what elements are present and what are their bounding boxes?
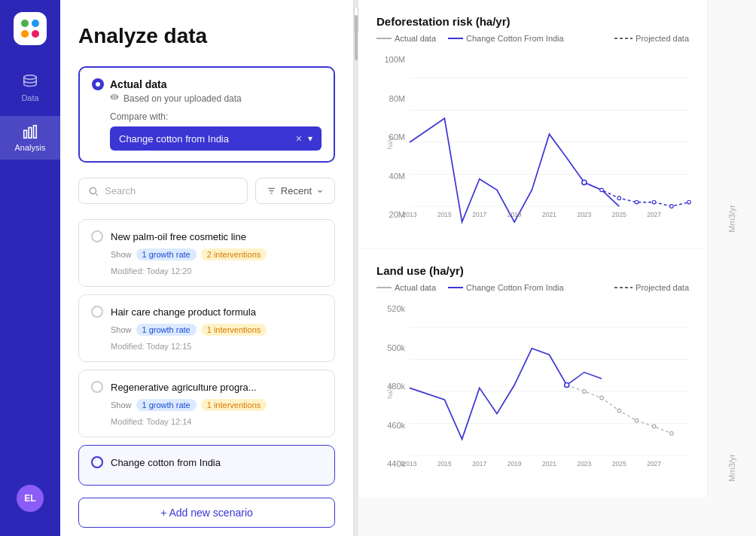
- legend-line-cotton-1: [448, 285, 463, 291]
- actual-data-radio[interactable]: [92, 78, 104, 90]
- svg-text:2013: 2013: [403, 211, 417, 218]
- logo-dot-red: [32, 30, 39, 38]
- tag-interventions-0: 2 interventions: [201, 248, 267, 260]
- scenario-modified-1: Modified: Today 12:15: [111, 342, 322, 351]
- svg-text:2023: 2023: [577, 460, 591, 467]
- legend-line-projected-0: [614, 35, 633, 41]
- partial-label-1: Mm3/yr: [727, 454, 736, 482]
- scenario-list: New palm-oil free cosmetic line Show 1 g…: [78, 219, 335, 486]
- deforestation-svg: 2013 2015 2017 2019 2021 2023 2025 2027 …: [410, 52, 689, 233]
- page-title: Analyze data: [78, 24, 335, 48]
- legend-line-cotton-0: [448, 35, 463, 41]
- scenario-radio-3[interactable]: [91, 456, 103, 468]
- svg-line-6: [96, 193, 98, 195]
- scenario-radio-2[interactable]: [91, 381, 103, 393]
- scenario-tags-2: Show 1 growth rate 1 interventions: [111, 399, 322, 411]
- legend-line-actual-1: [376, 285, 392, 291]
- y-tick-0-3: 40M: [389, 172, 405, 181]
- filter-icon: [267, 186, 276, 196]
- compare-tag[interactable]: Change cotton from India × ▾: [110, 126, 322, 151]
- actual-data-sub-text: Based on your uploaded data: [123, 93, 242, 104]
- chevron-down-icon: [316, 187, 324, 195]
- compare-chevron-icon[interactable]: ▾: [308, 133, 312, 144]
- avatar[interactable]: EL: [17, 485, 44, 512]
- svg-text:2017: 2017: [472, 460, 486, 467]
- legend-label-projected-0: Projected data: [636, 34, 689, 43]
- tag-growth-2: 1 growth rate: [136, 399, 197, 411]
- svg-text:2017: 2017: [472, 211, 486, 218]
- filter-label: Recent: [281, 185, 312, 196]
- land-use-chart-title: Land use (ha/yr): [376, 264, 689, 277]
- scenario-header-3: Change cotton from India: [91, 456, 322, 468]
- actual-data-card: Actual data Based on your uploaded data …: [78, 66, 335, 163]
- compare-remove-button[interactable]: ×: [296, 132, 302, 145]
- scenario-card-0[interactable]: New palm-oil free cosmetic line Show 1 g…: [78, 219, 335, 287]
- svg-text:ha/yr: ha/yr: [386, 135, 394, 149]
- scenario-card-2[interactable]: Regenerative agriculture progra... Show …: [78, 370, 335, 437]
- deforestation-chart-container: Deforestation risk (ha/yr) Actual data C…: [358, 0, 707, 248]
- logo-dot-green: [21, 20, 29, 27]
- show-label-1: Show: [111, 325, 132, 334]
- legend-actual-1: Actual data: [376, 283, 436, 292]
- legend-line-projected-1: [614, 285, 633, 291]
- scenario-modified-2: Modified: Today 12:14: [111, 417, 322, 426]
- scenario-name-3: Change cotton from India: [111, 457, 221, 468]
- svg-text:2019: 2019: [508, 211, 522, 218]
- logo-dots: [21, 20, 39, 38]
- legend-cotton-1: Change Cotton From India: [448, 283, 564, 292]
- sidebar-item-analysis[interactable]: Analysis: [0, 116, 60, 160]
- sidebar-item-data[interactable]: Data: [0, 66, 60, 110]
- scenario-card-3[interactable]: Change cotton from India: [78, 445, 335, 486]
- app-logo: [14, 12, 47, 45]
- scenario-tags-1: Show 1 growth rate 1 interventions: [111, 324, 322, 336]
- legend-label-actual-0: Actual data: [395, 34, 436, 43]
- tag-interventions-2: 1 interventions: [201, 399, 267, 411]
- filter-button[interactable]: Recent: [255, 178, 335, 204]
- partial-label-0: Mm3/yr: [727, 205, 736, 233]
- bar-chart-icon: [22, 123, 38, 140]
- deforestation-plot: 2013 2015 2017 2019 2021 2023 2025 2027 …: [410, 52, 689, 233]
- y-tick-0-0: 100M: [384, 55, 405, 64]
- scenario-radio-0[interactable]: [91, 230, 103, 242]
- svg-point-23: [669, 205, 673, 209]
- svg-text:2027: 2027: [647, 460, 661, 467]
- search-box[interactable]: Search: [78, 178, 248, 204]
- svg-point-18: [582, 180, 587, 184]
- svg-text:2023: 2023: [577, 211, 591, 218]
- svg-rect-1: [24, 130, 27, 138]
- svg-point-19: [600, 188, 604, 192]
- svg-point-21: [635, 200, 639, 204]
- svg-point-0: [24, 75, 37, 80]
- legend-cotton-0: Change Cotton From India: [448, 34, 564, 43]
- y-tick-1-1: 500k: [387, 343, 405, 352]
- scenario-header-0: New palm-oil free cosmetic line: [91, 230, 322, 242]
- svg-text:ha/yr: ha/yr: [386, 384, 394, 398]
- scroll-handle: [355, 15, 358, 60]
- show-label-0: Show: [111, 250, 132, 259]
- svg-point-4: [111, 95, 118, 97]
- scenario-card-1[interactable]: Hair care change product formula Show 1 …: [78, 294, 335, 362]
- svg-text:2019: 2019: [508, 460, 522, 467]
- panel-divider: ‹: [354, 0, 358, 536]
- y-tick-1-0: 520k: [387, 304, 405, 313]
- scenario-name-2: Regenerative agriculture progra...: [111, 382, 257, 393]
- scenario-name-1: Hair care change product formula: [111, 306, 256, 318]
- tag-interventions-1: 1 interventions: [201, 324, 267, 336]
- search-filter-row: Search Recent: [78, 178, 335, 204]
- logo-dot-orange: [21, 30, 29, 38]
- scenario-header-2: Regenerative agriculture progra...: [91, 381, 322, 393]
- legend-label-actual-1: Actual data: [395, 283, 436, 292]
- svg-text:2015: 2015: [437, 211, 452, 218]
- deforestation-chart-title: Deforestation risk (ha/yr): [376, 15, 689, 28]
- svg-text:2021: 2021: [542, 460, 556, 467]
- scenario-name-0: New palm-oil free cosmetic line: [111, 231, 246, 242]
- svg-text:2025: 2025: [612, 460, 626, 467]
- svg-rect-3: [34, 126, 37, 139]
- add-scenario-button[interactable]: + Add new scenario: [78, 498, 335, 528]
- scenario-radio-1[interactable]: [91, 306, 103, 318]
- legend-line-actual-0: [376, 35, 392, 41]
- svg-point-5: [90, 187, 96, 193]
- actual-data-title: Actual data: [110, 78, 166, 90]
- svg-text:2025: 2025: [612, 211, 626, 218]
- y-tick-1-3: 460k: [387, 421, 405, 430]
